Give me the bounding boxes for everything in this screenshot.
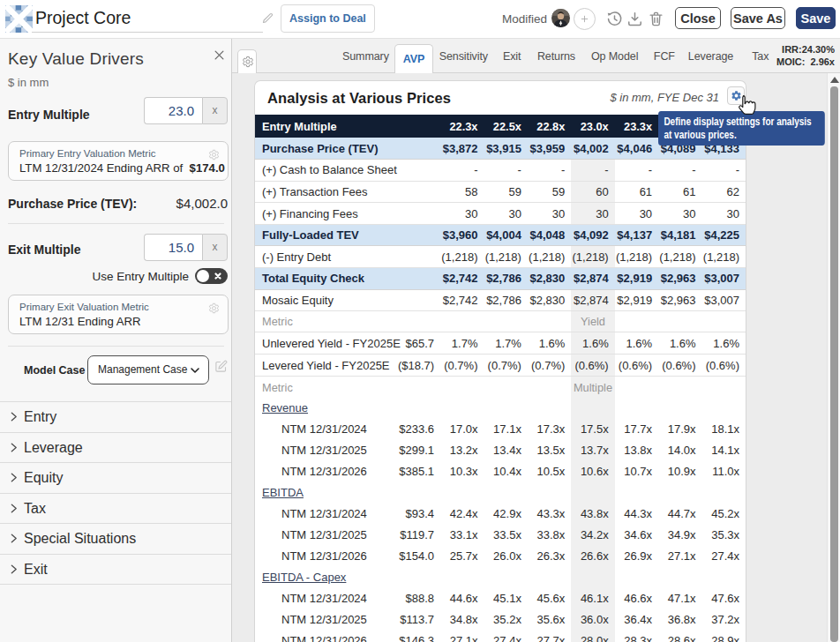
metric-value-cell: $146.3 bbox=[396, 631, 440, 642]
primary-entry-valuation-card[interactable]: Primary Entry Valuation Metric LTM 12/31… bbox=[8, 141, 229, 181]
metric-value-cell bbox=[396, 311, 440, 332]
value-cell: Yield bbox=[571, 311, 614, 332]
value-cell: (0.6%) bbox=[615, 355, 658, 377]
section-entry[interactable]: Entry bbox=[0, 401, 231, 432]
tab-leverage[interactable]: Leverage bbox=[688, 50, 733, 63]
tab-fcf[interactable]: FCF bbox=[654, 50, 675, 63]
value-cell: $4,092 bbox=[571, 224, 614, 246]
value-cell: (0.6%) bbox=[702, 355, 746, 377]
delete-icon[interactable] bbox=[648, 11, 664, 27]
value-cell bbox=[702, 567, 746, 588]
chevron-right-icon bbox=[8, 472, 19, 483]
metric-value-cell: $385.1 bbox=[396, 461, 440, 482]
row-label: NTM 12/31/2024 bbox=[255, 588, 396, 609]
units-note: $ in mm bbox=[8, 76, 49, 89]
row-label[interactable]: Revenue bbox=[255, 398, 396, 419]
download-icon[interactable] bbox=[626, 11, 643, 27]
metric-value-cell bbox=[396, 567, 440, 588]
column-header: 22.8x bbox=[528, 115, 571, 138]
value-cell bbox=[440, 567, 484, 588]
metric-link[interactable]: EBITDA bbox=[262, 486, 304, 499]
assign-to-deal-button[interactable]: Assign to Deal bbox=[281, 4, 375, 33]
value-cell: $3,915 bbox=[484, 138, 527, 160]
scrollbar-thumb[interactable] bbox=[830, 86, 838, 642]
close-panel-icon[interactable] bbox=[213, 49, 226, 62]
value-cell: 45.2x bbox=[702, 504, 746, 525]
tab-returns[interactable]: Returns bbox=[537, 50, 575, 63]
tab-op-model[interactable]: Op Model bbox=[591, 50, 638, 63]
value-cell: 43.3x bbox=[528, 504, 571, 525]
value-cell: (1,218) bbox=[702, 246, 746, 268]
section-tax[interactable]: Tax bbox=[0, 493, 231, 524]
value-cell: 28.6x bbox=[658, 631, 701, 642]
add-user-button[interactable] bbox=[574, 8, 596, 30]
value-cell bbox=[528, 377, 571, 398]
version-history-icon[interactable] bbox=[606, 11, 623, 27]
table-row: NTM 12/31/2024$233.617.0x17.1x17.3x17.5x… bbox=[255, 419, 746, 440]
column-header: 23.3x bbox=[615, 115, 658, 138]
tab-summary[interactable]: Summary bbox=[342, 50, 389, 63]
row-label[interactable]: EBITDA - Capex bbox=[255, 567, 396, 588]
metric-link[interactable]: EBITDA - Capex bbox=[262, 571, 346, 584]
row-label[interactable]: EBITDA bbox=[255, 482, 396, 504]
tab-avp[interactable]: AVP bbox=[394, 44, 433, 73]
workbook-settings-tab[interactable] bbox=[237, 49, 257, 73]
value-cell: 47.1x bbox=[658, 588, 701, 609]
chevron-right-icon bbox=[8, 564, 19, 575]
tab-sensitivity[interactable]: Sensitivity bbox=[439, 50, 488, 63]
edit-title-icon[interactable] bbox=[261, 11, 274, 25]
tab-tax[interactable]: Tax bbox=[752, 50, 769, 63]
value-cell bbox=[702, 311, 746, 332]
vertical-scrollbar[interactable] bbox=[827, 73, 840, 642]
tab-exit[interactable]: Exit bbox=[503, 50, 521, 63]
moic-value: MOIC: 2.96x bbox=[776, 56, 835, 68]
value-cell: 34.9x bbox=[658, 525, 701, 546]
card-title: Analysis at Various Prices bbox=[267, 90, 451, 107]
save-button[interactable]: Save bbox=[796, 7, 836, 29]
entry-multiple-label: Entry Multiple bbox=[8, 108, 90, 122]
exit-valuation-text: LTM 12/31 Ending ARR bbox=[19, 315, 217, 328]
value-cell: 30 bbox=[615, 203, 658, 225]
use-entry-multiple-toggle[interactable] bbox=[195, 268, 228, 284]
value-cell: (1,218) bbox=[571, 246, 614, 268]
metric-value-cell: $154.0 bbox=[396, 546, 440, 567]
metric-value-cell bbox=[396, 203, 440, 225]
table-row: NTM 12/31/2026$146.327.1x27.4x27.7x28.0x… bbox=[255, 631, 746, 642]
section-leverage[interactable]: Leverage bbox=[0, 432, 231, 463]
exit-valuation-gear-icon[interactable] bbox=[208, 302, 220, 314]
metric-link[interactable]: Revenue bbox=[262, 401, 308, 414]
value-cell bbox=[658, 567, 701, 588]
entry-valuation-gear-icon[interactable] bbox=[208, 149, 220, 160]
entry-multiple-clear-button[interactable]: x bbox=[202, 97, 228, 124]
entry-multiple-input[interactable]: 23.0 bbox=[144, 97, 202, 124]
metric-value-cell bbox=[396, 377, 440, 398]
user-avatar[interactable] bbox=[551, 9, 570, 27]
row-label: Metric bbox=[255, 311, 396, 332]
exit-multiple-input[interactable]: 15.0 bbox=[144, 234, 202, 261]
project-title-field[interactable]: Project Core bbox=[32, 4, 263, 33]
primary-exit-valuation-card[interactable]: Primary Exit Valuation Metric LTM 12/31 … bbox=[8, 295, 229, 334]
value-cell: 44.7x bbox=[658, 504, 701, 525]
value-cell: 35.2x bbox=[484, 609, 527, 631]
section-exit[interactable]: Exit bbox=[0, 554, 231, 585]
value-cell bbox=[615, 311, 658, 332]
value-cell bbox=[484, 567, 527, 588]
edit-model-case-icon[interactable] bbox=[214, 360, 228, 373]
value-cell: 42.9x bbox=[484, 504, 527, 525]
value-cell: 61 bbox=[615, 181, 658, 203]
value-cell: 13.8x bbox=[615, 440, 658, 461]
save-as-button[interactable]: Save As bbox=[731, 7, 785, 29]
row-label: NTM 12/31/2024 bbox=[255, 504, 396, 525]
table-row: Fully-Loaded TEV$3,960$4,004$4,048$4,092… bbox=[255, 224, 746, 246]
scroll-up-arrow[interactable] bbox=[830, 77, 839, 83]
gear-icon bbox=[242, 56, 254, 68]
close-button[interactable]: Close bbox=[675, 7, 721, 29]
section-special-situations[interactable]: Special Situations bbox=[0, 523, 231, 554]
exit-multiple-clear-button[interactable]: x bbox=[202, 234, 228, 261]
row-label: NTM 12/31/2025 bbox=[255, 525, 396, 546]
section-equity[interactable]: Equity bbox=[0, 462, 231, 493]
value-cell bbox=[702, 377, 746, 398]
table-row: EBITDA - Capex bbox=[255, 567, 746, 588]
value-cell: 35.3x bbox=[702, 525, 746, 546]
model-case-select[interactable]: Management Case bbox=[87, 355, 209, 384]
